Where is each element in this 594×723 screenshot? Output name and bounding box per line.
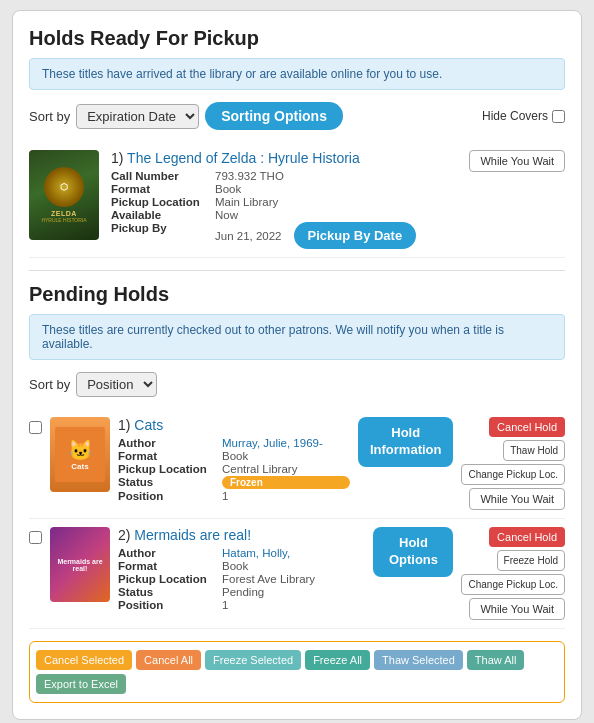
sort-select-pending[interactable]: Position (76, 372, 157, 397)
pending-item-1-title-link[interactable]: Cats (134, 417, 163, 433)
lbl-pickup-p2: Pickup Location (118, 573, 218, 585)
while-you-wait-button-p1[interactable]: While You Wait (469, 488, 565, 510)
cancel-hold-button-1[interactable]: Cancel Hold (489, 417, 565, 437)
pending-item-1-title: 1) Cats (118, 417, 350, 433)
val-status-p2: Pending (222, 586, 365, 598)
mermaids-cover-text: Mermaids are real! (54, 558, 106, 572)
cancel-all-button[interactable]: Cancel All (136, 650, 201, 670)
ready-item-1-grid: Call Number 793.932 THO Format Book Pick… (111, 170, 457, 249)
lbl-pickup-p1: Pickup Location (118, 463, 218, 475)
pending-banner: These titles are currently checked out t… (29, 314, 565, 360)
sort-row-pending: Sort by Position (29, 372, 565, 397)
sort-left-pending: Sort by Position (29, 372, 157, 397)
zelda-book-cover: ⬡ ZELDA HYRULE HISTORIA (29, 150, 99, 240)
val-author-1: Murray, Julie, 1969- (222, 437, 350, 449)
pending-item-2: Mermaids are real! 2) Mermaids are real!… (29, 519, 565, 629)
val-author-2: Hatam, Holly, (222, 547, 365, 559)
pending-section: Pending Holds These titles are currently… (29, 283, 565, 703)
pending-item-1-checkbox-col (29, 417, 42, 437)
pending-item-1-checkbox[interactable] (29, 421, 42, 434)
lbl-format-p1: Format (118, 450, 218, 462)
thaw-all-button[interactable]: Thaw All (467, 650, 525, 670)
change-pickup-button-1[interactable]: Change Pickup Loc. (461, 464, 565, 485)
val-format-p2: Book (222, 560, 365, 572)
hide-covers-checkbox[interactable] (552, 110, 565, 123)
freeze-hold-button-2[interactable]: Freeze Hold (497, 550, 565, 571)
hide-covers-label: Hide Covers (482, 109, 548, 123)
val-pickup-by: Jun 21, 2022 (215, 230, 282, 242)
sort-left-ready: Sort by Expiration Date Sorting Options (29, 102, 343, 130)
ready-item-1-details: 1) The Legend of Zelda : Hyrule Historia… (111, 150, 457, 249)
lbl-author-1: Author (118, 437, 218, 449)
lbl-format: Format (111, 183, 211, 195)
change-pickup-button-2[interactable]: Change Pickup Loc. (461, 574, 565, 595)
ready-item-1-title-link[interactable]: The Legend of Zelda : Hyrule Historia (127, 150, 360, 166)
cancel-hold-button-2[interactable]: Cancel Hold (489, 527, 565, 547)
export-excel-button[interactable]: Export to Excel (36, 674, 126, 694)
zelda-cover-subtitle: HYRULE HISTORIA (41, 217, 86, 223)
lbl-pickup-by: Pickup By (111, 222, 211, 249)
pending-item-2-checkbox[interactable] (29, 531, 42, 544)
lbl-pos-p2: Position (118, 599, 218, 611)
ready-section-title: Holds Ready For Pickup (29, 27, 565, 50)
hold-information-badge-1[interactable]: HoldInformation (358, 417, 454, 467)
sort-label-ready: Sort by (29, 109, 70, 124)
cancel-selected-button[interactable]: Cancel Selected (36, 650, 132, 670)
sorting-options-button[interactable]: Sorting Options (205, 102, 343, 130)
val-pos-p1: 1 (222, 490, 350, 502)
cats-book-cover: 🐱 Cats (50, 417, 110, 492)
sort-row-ready: Sort by Expiration Date Sorting Options … (29, 102, 565, 130)
section-divider (29, 270, 565, 271)
pending-item-2-grid: Author Hatam, Holly, Format Book Pickup … (118, 547, 365, 611)
lbl-author-2: Author (118, 547, 218, 559)
val-pos-p2: 1 (222, 599, 365, 611)
val-available: Now (215, 209, 457, 221)
val-pickup-loc: Main Library (215, 196, 457, 208)
mermaids-book-cover: Mermaids are real! (50, 527, 110, 602)
ready-section: Holds Ready For Pickup These titles have… (29, 27, 565, 258)
lbl-format-p2: Format (118, 560, 218, 572)
lbl-status-p1: Status (118, 476, 218, 489)
pending-item-1-grid: Author Murray, Julie, 1969- Format Book … (118, 437, 350, 502)
freeze-all-button[interactable]: Freeze All (305, 650, 370, 670)
pending-section-title: Pending Holds (29, 283, 565, 306)
ready-item-1-title: 1) The Legend of Zelda : Hyrule Historia (111, 150, 457, 166)
thaw-hold-button-1[interactable]: Thaw Hold (503, 440, 565, 461)
pending-item-1-actions: Cancel Hold Thaw Hold Change Pickup Loc.… (461, 417, 565, 510)
pending-item-1-details: 1) Cats Author Murray, Julie, 1969- Form… (118, 417, 350, 502)
lbl-pos-p1: Position (118, 490, 218, 502)
zelda-cover-title: ZELDA (51, 210, 77, 217)
ready-item-1-actions: While You Wait (469, 150, 565, 172)
sort-select-ready[interactable]: Expiration Date (76, 104, 199, 129)
cats-icon: 🐱 (68, 438, 93, 462)
sort-label-pending: Sort by (29, 377, 70, 392)
val-format: Book (215, 183, 457, 195)
frozen-status-badge: Frozen (222, 476, 350, 489)
zelda-emblem: ⬡ (44, 167, 84, 207)
lbl-status-p2: Status (118, 586, 218, 598)
while-you-wait-button-ready-1[interactable]: While You Wait (469, 150, 565, 172)
pending-item-2-checkbox-col (29, 527, 42, 547)
hold-options-badge-2[interactable]: HoldOptions (373, 527, 453, 577)
lbl-pickup-loc: Pickup Location (111, 196, 211, 208)
pickup-by-row: Jun 21, 2022 Pickup By Date (215, 222, 457, 249)
val-pickup-p1: Central Library (222, 463, 350, 475)
thaw-selected-button[interactable]: Thaw Selected (374, 650, 463, 670)
lbl-call: Call Number (111, 170, 211, 182)
main-container: Holds Ready For Pickup These titles have… (12, 10, 582, 720)
pickup-by-date-button[interactable]: Pickup By Date (294, 222, 417, 249)
val-call: 793.932 THO (215, 170, 457, 182)
pending-item-2-title: 2) Mermaids are real! (118, 527, 365, 543)
pending-item-2-details: 2) Mermaids are real! Author Hatam, Holl… (118, 527, 365, 611)
pending-item-2-actions: Cancel Hold Freeze Hold Change Pickup Lo… (461, 527, 565, 620)
cats-cover-inner: 🐱 Cats (55, 427, 105, 482)
pending-item-1: 🐱 Cats 1) Cats Author Murray, Julie, 196… (29, 409, 565, 519)
pending-item-2-title-link[interactable]: Mermaids are real! (134, 527, 251, 543)
ready-banner: These titles have arrived at the library… (29, 58, 565, 90)
while-you-wait-button-p2[interactable]: While You Wait (469, 598, 565, 620)
hide-covers-row: Hide Covers (482, 109, 565, 123)
lbl-available: Available (111, 209, 211, 221)
ready-item-1: ⬡ ZELDA HYRULE HISTORIA 1) The Legend of… (29, 142, 565, 258)
freeze-selected-button[interactable]: Freeze Selected (205, 650, 301, 670)
val-pickup-p2: Forest Ave Library (222, 573, 365, 585)
